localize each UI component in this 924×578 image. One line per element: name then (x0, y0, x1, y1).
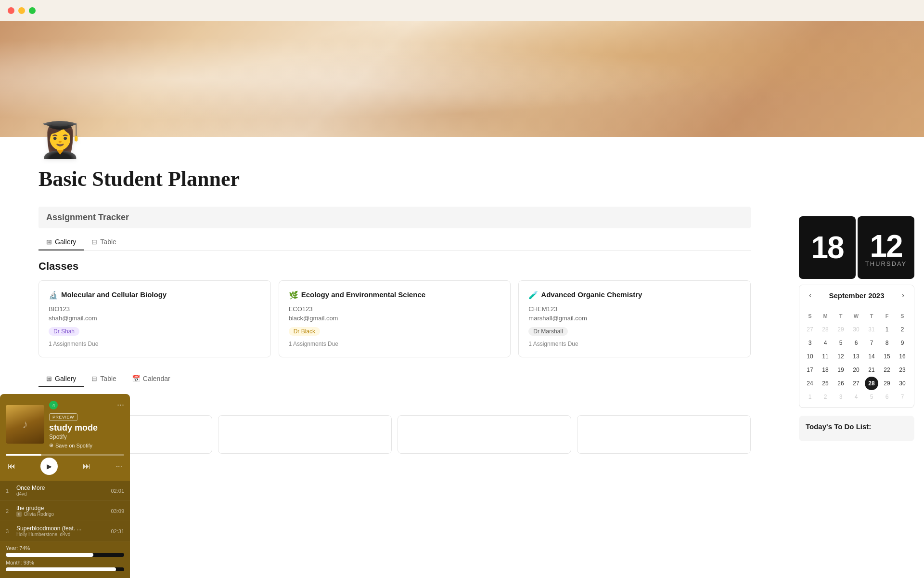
calendar-week-6: 1 2 3 4 5 6 7 (803, 390, 910, 404)
song-num-1: 1 (6, 488, 13, 494)
table-assignments-icon: ⊟ (91, 375, 97, 382)
song-num-3: 3 (6, 528, 13, 534)
minimize-button[interactable] (18, 7, 25, 14)
song-info-2: the grudge E Olivia Rodrigo (16, 505, 107, 517)
hero-banner (0, 21, 924, 137)
eco-assignments: 1 Assignments Due (289, 341, 501, 347)
calendar-week-5: 24 25 26 27 28 29 30 (803, 377, 910, 390)
chem-icon: 🧪 (528, 290, 538, 300)
spotify-more-icon[interactable]: ··· (117, 400, 124, 410)
spotify-progress-bar (0, 454, 130, 458)
song-item-1[interactable]: 1 Once More d4vd 02:01 (0, 481, 130, 501)
maximize-button[interactable] (29, 7, 36, 14)
more-options-button[interactable]: ··· (116, 462, 122, 471)
bio-code: BIO123 (49, 305, 261, 313)
classes-view-tabs: ⊞ Gallery ⊟ Table (38, 234, 751, 250)
skip-forward-button[interactable]: ⏭ (83, 462, 90, 471)
spotify-info: ♫ ··· PREVIEW study mode Spotify ⊕ Save … (49, 400, 124, 448)
explicit-badge: E (16, 512, 22, 517)
tab-calendar-assignments[interactable]: 📅 Calendar (124, 371, 178, 387)
eco-icon: 🌿 (289, 290, 298, 300)
classes-grid: 🔬 Molecular and Cellular Biology BIO123 … (38, 280, 751, 357)
calendar-month-label: September 2023 (829, 291, 884, 300)
assignment-card-3[interactable] (398, 415, 571, 454)
todo-section: Today's To Do List: (799, 416, 914, 441)
spotify-logo: ♫ (49, 401, 58, 409)
tab-gallery-assignments[interactable]: ⊞ Gallery (38, 371, 84, 387)
bio-assignments: 1 Assignments Due (49, 341, 261, 347)
year-progress-bar (6, 553, 124, 557)
avatar-section: 👩‍🎓 (0, 122, 924, 157)
assignments-row (38, 415, 751, 454)
eco-code: ECO123 (289, 305, 501, 313)
calendar-widget: ‹ September 2023 › S M T W T F S 27 (799, 285, 914, 408)
song-duration-2: 03:09 (111, 508, 124, 514)
page-title: Basic Student Planner (38, 167, 886, 191)
bio-prof-badge[interactable]: Dr Shah (49, 327, 79, 336)
calendar-prev-button[interactable]: ‹ (806, 290, 814, 301)
spotify-album-art (6, 405, 44, 444)
calendar-week-2: 3 4 5 6 7 8 9 (803, 336, 910, 350)
classes-heading: Classes (38, 260, 751, 273)
eco-prof-badge[interactable]: Dr Black (289, 327, 320, 336)
song-list: 1 Once More d4vd 02:01 2 the grudge E Ol… (0, 481, 130, 541)
calendar-day-headers: S M T W T F S (803, 309, 910, 323)
assignments-heading: Assignments (38, 397, 751, 409)
clock-widget: 18 12 THURSDAY (799, 216, 914, 279)
song-duration-1: 02:01 (111, 488, 124, 494)
song-duration-3: 02:31 (111, 528, 124, 534)
avatar: 👩‍🎓 (38, 122, 82, 157)
assignment-tracker-header: Assignment Tracker (38, 207, 751, 228)
calendar-week-3: 10 11 12 13 14 15 16 (803, 350, 910, 363)
bio-email: shah@gmail.com (49, 315, 261, 322)
assignment-card-2[interactable] (218, 415, 392, 454)
chem-email: marshall@gmail.com (528, 315, 741, 322)
assignment-card-4[interactable] (577, 415, 751, 454)
calendar-grid: S M T W T F S 27 28 29 30 31 1 2 (799, 305, 914, 407)
clock-day: THURSDAY (865, 260, 907, 267)
close-button[interactable] (8, 7, 14, 14)
month-progress-label: Month: 93% (6, 560, 124, 565)
play-button[interactable]: ▶ (40, 458, 58, 475)
assignments-view-tabs: ⊞ Gallery ⊟ Table 📅 Calendar (38, 371, 751, 387)
gallery-assignments-icon: ⊞ (46, 375, 52, 382)
song-info-3: Superbloodmoon (feat. ... Holly Humberst… (16, 525, 107, 537)
spotify-controls: ⏮ ▶ ⏭ ··· (0, 458, 130, 481)
year-progress-label: Year: 74% (6, 545, 124, 551)
spotify-artist: Spotify (49, 434, 124, 440)
progress-section: Year: 74% Month: 93% (0, 541, 130, 578)
calendar-assignments-icon: 📅 (132, 375, 140, 382)
spotify-widget: ♫ ··· PREVIEW study mode Spotify ⊕ Save … (0, 394, 130, 578)
calendar-week-4: 17 18 19 20 21 22 23 (803, 363, 910, 377)
tab-table-classes[interactable]: ⊟ Table (84, 234, 124, 250)
month-progress-fill (6, 567, 116, 571)
chem-prof-badge[interactable]: Dr Marshall (528, 327, 567, 336)
song-item-2[interactable]: 2 the grudge E Olivia Rodrigo 03:09 (0, 501, 130, 521)
month-progress-bar (6, 567, 124, 571)
todo-title: Today's To Do List: (806, 422, 908, 431)
spotify-track-name: study mode (49, 423, 124, 434)
song-num-2: 2 (6, 508, 13, 514)
class-card-bio[interactable]: 🔬 Molecular and Cellular Biology BIO123 … (38, 280, 271, 357)
gallery-icon: ⊞ (46, 238, 52, 246)
skip-back-button[interactable]: ⏮ (8, 462, 15, 471)
calendar-header: ‹ September 2023 › (799, 285, 914, 305)
clock-hours: 18 (799, 216, 856, 279)
calendar-week-1: 27 28 29 30 31 1 2 (803, 323, 910, 336)
clock-minutes: 12 THURSDAY (858, 216, 914, 279)
tab-gallery-classes[interactable]: ⊞ Gallery (38, 234, 84, 250)
spotify-top: ♫ ··· PREVIEW study mode Spotify ⊕ Save … (0, 394, 130, 454)
class-card-chem[interactable]: 🧪 Advanced Organic Chemistry CHEM123 mar… (518, 280, 751, 357)
song-info-1: Once More d4vd (16, 485, 107, 497)
year-progress-fill (6, 553, 93, 557)
spotify-save[interactable]: ⊕ Save on Spotify (49, 442, 124, 448)
chem-code: CHEM123 (528, 305, 741, 313)
eco-email: black@gmail.com (289, 315, 501, 322)
calendar-next-button[interactable]: › (899, 290, 907, 301)
plus-icon: ⊕ (49, 442, 53, 448)
right-sidebar: 18 12 THURSDAY ‹ September 2023 › S M T … (789, 207, 924, 454)
song-item-3[interactable]: 3 Superbloodmoon (feat. ... Holly Humber… (0, 521, 130, 541)
bio-icon: 🔬 (49, 290, 58, 300)
tab-table-assignments[interactable]: ⊟ Table (84, 371, 124, 387)
class-card-eco[interactable]: 🌿 Ecology and Environmental Science ECO1… (279, 280, 511, 357)
